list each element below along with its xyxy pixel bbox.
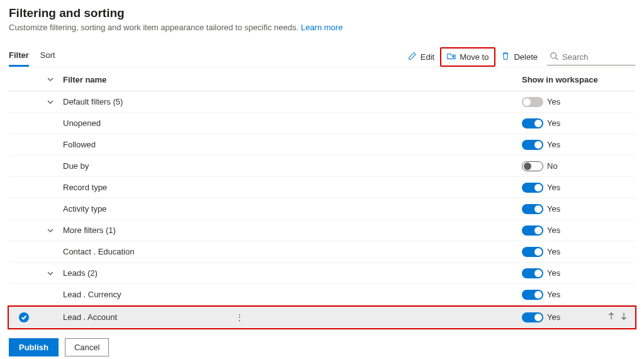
search-field[interactable] — [547, 49, 635, 66]
toggle-label: Yes — [547, 247, 560, 256]
show-in-workspace-toggle[interactable] — [522, 247, 543, 257]
show-in-workspace-toggle[interactable] — [522, 204, 543, 214]
show-in-workspace-toggle — [522, 97, 543, 107]
show-in-workspace-toggle[interactable] — [522, 118, 543, 128]
row-name: More filters (1) — [59, 225, 522, 235]
more-options-button[interactable]: ⋮ — [230, 312, 249, 322]
row-name: Default filters (5) — [59, 97, 522, 106]
toggle-label: Yes — [547, 183, 560, 192]
toggle-label: Yes — [547, 97, 560, 106]
desc-text: Customize filtering, sorting and work it… — [9, 23, 298, 32]
toggle-label: No — [547, 161, 558, 171]
svg-point-0 — [551, 52, 556, 58]
filter-row[interactable]: Record typeYes — [9, 177, 635, 198]
table-header: Filter name Show in workspace — [9, 67, 635, 91]
filter-row[interactable]: FollowedYes — [9, 134, 635, 156]
filter-row[interactable]: Lead . CurrencyYes — [9, 284, 635, 305]
command-bar: Edit Move to Delete — [402, 47, 635, 67]
trash-icon — [501, 52, 510, 62]
row-name: Record type — [59, 183, 522, 192]
page-description: Customize filtering, sorting and work it… — [9, 23, 635, 32]
delete-label: Delete — [514, 52, 538, 62]
search-input[interactable] — [562, 52, 633, 62]
pencil-icon — [408, 52, 417, 62]
move-to-button[interactable]: Move to — [441, 48, 494, 66]
filter-row[interactable]: Activity typeYes — [9, 198, 635, 220]
filter-group-row[interactable]: Leads (2)Yes — [9, 263, 635, 284]
show-in-workspace-toggle[interactable] — [522, 183, 543, 193]
move-down-button[interactable] — [619, 312, 628, 322]
expand-toggle[interactable] — [42, 227, 59, 234]
delete-button[interactable]: Delete — [495, 48, 543, 66]
tab-filter[interactable]: Filter — [9, 50, 29, 67]
tabs: FilterSort — [9, 50, 55, 67]
row-highlight: Lead . Account⋮Yes — [8, 305, 636, 329]
collapse-all-toggle[interactable] — [42, 76, 59, 83]
toggle-label: Yes — [547, 140, 560, 149]
toggle-label: Yes — [547, 225, 560, 235]
folder-move-icon — [447, 52, 456, 62]
move-to-highlight: Move to — [440, 47, 495, 67]
row-name: Lead . Currency — [59, 290, 522, 299]
toggle-label: Yes — [547, 268, 560, 278]
show-in-workspace-toggle[interactable] — [522, 312, 543, 322]
toggle-label: Yes — [547, 204, 560, 214]
filter-row[interactable]: Lead . Account⋮Yes — [9, 307, 635, 328]
filter-row[interactable]: Contact . EducationYes — [9, 241, 635, 263]
page-title: Filtering and sorting — [9, 6, 635, 20]
col-show-in-workspace[interactable]: Show in workspace — [522, 75, 604, 84]
show-in-workspace-toggle[interactable] — [522, 225, 543, 236]
filter-group-row[interactable]: More filters (1)Yes — [9, 220, 635, 241]
filter-row[interactable]: Due byNo — [9, 156, 635, 177]
row-name: Contact . Education — [59, 247, 522, 256]
toggle-label: Yes — [547, 118, 560, 128]
move-to-label: Move to — [460, 52, 489, 62]
expand-toggle[interactable] — [42, 270, 59, 277]
filter-row[interactable]: UnopenedYes — [9, 113, 635, 134]
row-name: Due by — [59, 161, 522, 171]
row-name: Followed — [59, 140, 522, 149]
row-name: Unopened — [59, 118, 522, 128]
toggle-label: Yes — [547, 312, 560, 322]
expand-toggle[interactable] — [42, 98, 59, 106]
filter-group-row[interactable]: Default filters (5)Yes — [9, 91, 635, 113]
tab-sort[interactable]: Sort — [40, 50, 55, 67]
row-name: Lead . Account⋮ — [59, 312, 522, 322]
row-name: Activity type — [59, 204, 522, 214]
toggle-label: Yes — [547, 290, 560, 299]
publish-button[interactable]: Publish — [9, 338, 59, 356]
select-checkmark[interactable] — [19, 312, 29, 322]
edit-label: Edit — [421, 52, 434, 62]
show-in-workspace-toggle[interactable] — [522, 140, 543, 150]
search-icon — [550, 52, 562, 62]
show-in-workspace-toggle[interactable] — [522, 290, 543, 300]
show-in-workspace-toggle[interactable] — [522, 268, 543, 278]
col-filter-name[interactable]: Filter name — [59, 75, 522, 84]
learn-more-link[interactable]: Learn more — [301, 23, 342, 32]
cancel-button[interactable]: Cancel — [65, 338, 109, 356]
row-name: Leads (2) — [59, 268, 522, 278]
show-in-workspace-toggle[interactable] — [522, 161, 543, 171]
move-up-button[interactable] — [607, 312, 616, 322]
edit-button[interactable]: Edit — [402, 48, 440, 66]
